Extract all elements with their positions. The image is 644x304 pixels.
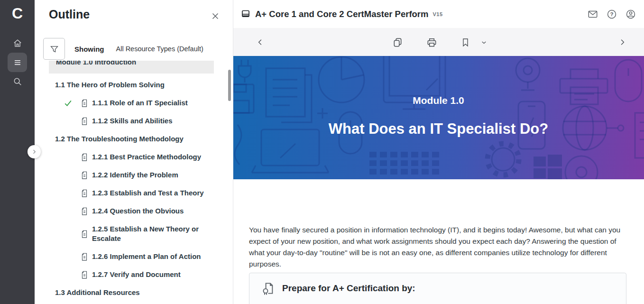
- outline-item[interactable]: 1.2.3 Establish and Test a Theory: [64, 188, 223, 198]
- menu-icon: [12, 57, 23, 68]
- document-icon: [81, 117, 88, 125]
- outline-item[interactable]: 1.1.2 Skills and Abilities: [64, 116, 223, 126]
- account-button[interactable]: [626, 9, 636, 19]
- outline-item[interactable]: 1.1.1 Role of an IT Specialist: [64, 98, 223, 108]
- messages-button[interactable]: [588, 9, 598, 19]
- document-icon: [81, 207, 88, 215]
- envelope-icon: [588, 9, 598, 19]
- outline-button[interactable]: [8, 53, 27, 72]
- certification-callout: Prepare for A+ Certification by: Describ…: [249, 273, 626, 304]
- callout-bullet: Describing what an IT specialist is and …: [279, 302, 615, 304]
- document-icon: [81, 253, 88, 261]
- bookmark-menu-button[interactable]: [479, 37, 488, 48]
- svg-text:?: ?: [610, 11, 614, 17]
- help-icon: ?: [607, 9, 617, 19]
- chevron-right-icon: [30, 147, 38, 156]
- bookmark-button[interactable]: [460, 37, 471, 48]
- check-icon: [64, 99, 81, 108]
- outline-scrollbar-thumb[interactable]: [228, 70, 231, 101]
- course-version: V15: [433, 11, 443, 17]
- close-panel-button[interactable]: [210, 11, 221, 21]
- search-button[interactable]: [8, 72, 27, 91]
- module-banner: Module 1.0 What Does an IT Specialist Do…: [233, 56, 644, 179]
- next-page-button[interactable]: [616, 37, 628, 48]
- previous-page-button[interactable]: [255, 37, 266, 48]
- tech-pattern-decoration: [233, 56, 644, 179]
- banner-title: What Does an IT Specialist Do?: [233, 120, 644, 138]
- outline-item[interactable]: 1.2.5 Establish a New Theory or Escalate: [64, 224, 223, 243]
- home-icon: [12, 38, 23, 48]
- document-icon: [81, 230, 88, 238]
- certificate-icon: [261, 281, 275, 295]
- panel-title: Outline: [49, 8, 90, 21]
- document-icon: [81, 99, 88, 107]
- copy-button[interactable]: [392, 37, 403, 48]
- comptia-logo: C: [0, 3, 35, 24]
- callout-title: Prepare for A+ Certification by:: [282, 283, 415, 294]
- document-icon: [81, 171, 88, 179]
- outline-panel: Outline Showing All Resource Types (Defa…: [35, 0, 233, 304]
- lesson-content: You have finally secured a position in i…: [233, 179, 644, 304]
- print-button[interactable]: [426, 37, 437, 48]
- callout-bullet-list: Describing what an IT specialist is and …: [261, 302, 615, 304]
- outline-item[interactable]: 1.2.4 Question the Obvious: [64, 206, 223, 216]
- outline-item[interactable]: 1.2.1 Best Practice Methodology: [64, 152, 223, 162]
- outline-item[interactable]: 1.3 Additional Resources: [55, 288, 223, 297]
- search-icon: [12, 76, 23, 87]
- course-header: A+ Core 1 and Core 2 CertMaster Perform …: [233, 0, 644, 28]
- copy-icon: [392, 37, 403, 48]
- chevron-down-icon: [480, 39, 488, 46]
- outline-list: Module 1.0 Introduction1.1 The Hero of P…: [35, 61, 233, 304]
- panel-expand-button[interactable]: [28, 145, 41, 158]
- banner-module-label: Module 1.0: [233, 95, 644, 106]
- outline-item[interactable]: 1.1 The Hero of Problem Solving: [55, 80, 223, 89]
- help-button[interactable]: ?: [607, 9, 617, 19]
- showing-label: Showing: [74, 45, 104, 53]
- course-title: A+ Core 1 and Core 2 CertMaster Perform: [255, 9, 429, 19]
- chevron-right-icon: [618, 38, 626, 46]
- filter-button[interactable]: [43, 38, 65, 60]
- printer-icon: [426, 37, 437, 48]
- filter-value: All Resource Types (Default): [116, 45, 203, 53]
- outline-item[interactable]: Module 1.0 Introduction: [49, 61, 214, 74]
- outline-item[interactable]: 1.2.2 Identify the Problem: [64, 170, 223, 180]
- outline-item[interactable]: 1.2.6 Implement a Plan of Action: [64, 252, 223, 261]
- account-icon: [626, 9, 636, 19]
- reader-toolbar: [233, 28, 644, 56]
- document-icon: [81, 271, 88, 279]
- lesson-paragraph: You have finally secured a position in i…: [249, 224, 626, 270]
- bookmark-icon: [460, 37, 470, 47]
- main-content: A+ Core 1 and Core 2 CertMaster Perform …: [233, 0, 644, 304]
- filter-row: Showing All Resource Types (Default): [43, 38, 203, 60]
- outline-item[interactable]: 1.2 The Troubleshooting Methodology: [55, 134, 223, 143]
- filter-funnel-icon: [49, 44, 59, 54]
- chevron-left-icon: [256, 38, 265, 46]
- document-icon: [81, 153, 88, 161]
- home-button[interactable]: [8, 33, 27, 53]
- outline-item[interactable]: 1.2.7 Verify and Document: [64, 270, 223, 279]
- ebook-icon: [241, 9, 250, 19]
- document-icon: [81, 189, 88, 197]
